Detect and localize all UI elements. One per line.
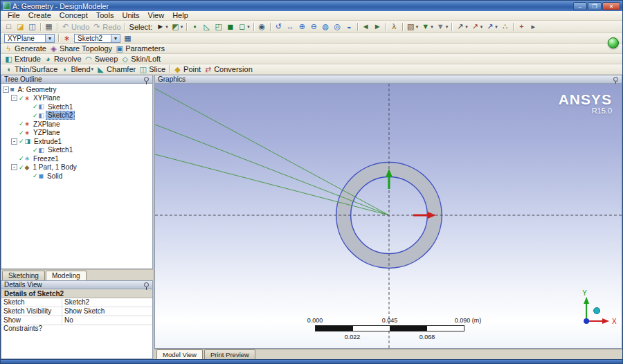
image-capture-icon[interactable]: ▦ bbox=[44, 22, 54, 32]
tree-item[interactable]: ✓ ◧ Sketch1 bbox=[1, 146, 152, 155]
measure-icon[interactable]: λ bbox=[389, 22, 399, 32]
graphics-canvas[interactable]: Y X bbox=[155, 84, 622, 348]
tree-item-label: Solid bbox=[45, 172, 64, 181]
tab-print-preview[interactable]: Print Preview bbox=[204, 349, 255, 359]
tab-model-view[interactable]: Model View bbox=[156, 349, 203, 359]
redo-button[interactable]: ↷ Redo bbox=[91, 22, 121, 32]
undo-button[interactable]: ↶ Undo bbox=[60, 22, 90, 32]
details-row[interactable]: Sketch Sketch2 bbox=[1, 298, 152, 307]
plane-combobox[interactable]: XYPlane ▼ bbox=[4, 34, 55, 43]
details-row[interactable]: Show Constraints? No bbox=[1, 316, 152, 325]
expander-icon[interactable]: - bbox=[11, 138, 17, 145]
toolbar-separator bbox=[40, 23, 41, 31]
next-view-icon[interactable]: ► bbox=[372, 22, 383, 32]
thin-surface-button[interactable]: ◖ Thin/Surface bbox=[3, 64, 58, 74]
extend-selection-icon[interactable]: ◻ ▾ bbox=[237, 22, 251, 32]
tree-item[interactable]: ✓ ∗ YZPlane bbox=[1, 129, 152, 138]
edge-display-direction-icon[interactable]: ↗ ▾ bbox=[485, 22, 498, 32]
pan-icon[interactable]: ↔ bbox=[285, 22, 296, 32]
tree-item[interactable]: ✓ ∗ ZXPlane bbox=[1, 120, 152, 129]
maximize-button[interactable]: ❐ bbox=[588, 2, 602, 10]
open-file-icon[interactable]: ◪ bbox=[15, 22, 26, 32]
menu-item[interactable]: Help bbox=[168, 11, 192, 20]
display-plane-icon[interactable]: ▼ ▾ bbox=[420, 22, 434, 32]
new-sketch-button[interactable]: ∗ bbox=[62, 33, 72, 43]
look-at-icon[interactable]: ◒ bbox=[344, 22, 354, 32]
menu-bar: File Create Concept Tools Units View Hel… bbox=[1, 11, 622, 21]
details-row[interactable]: Sketch Visibility Show Sketch bbox=[1, 307, 152, 316]
tree-item[interactable]: ✓ ◼ Solid bbox=[1, 172, 152, 181]
save-icon[interactable]: ◫ bbox=[27, 22, 37, 32]
show-grid-button[interactable]: ▦ bbox=[123, 33, 133, 43]
toolbar-separator bbox=[169, 65, 170, 73]
close-button[interactable]: ✕ bbox=[602, 2, 620, 10]
rotate-icon[interactable]: ↺ bbox=[273, 22, 284, 32]
pin-icon[interactable] bbox=[613, 77, 618, 82]
zoom-in-icon[interactable]: ⊕ bbox=[297, 22, 307, 32]
tree-item[interactable]: ✓ ◧ Sketch2 bbox=[1, 111, 152, 120]
chamfer-button[interactable]: ◣ Chamfer bbox=[96, 64, 136, 74]
parameters-button[interactable]: ▣ Parameters bbox=[114, 44, 165, 53]
previous-view-icon[interactable]: ◄ bbox=[361, 22, 371, 32]
expander-icon[interactable]: - bbox=[11, 95, 17, 101]
revolve-button[interactable]: ◕ Revolve bbox=[43, 54, 82, 64]
zoom-box-icon[interactable]: ◍ bbox=[320, 22, 331, 32]
menu-item[interactable]: Tools bbox=[92, 11, 118, 20]
slice-button[interactable]: ◫ Slice bbox=[138, 64, 166, 74]
display-points-icon[interactable]: ▼ ▾ bbox=[435, 22, 449, 32]
tree-item[interactable]: - ◙ A: Geometry bbox=[1, 85, 152, 94]
pin-icon[interactable] bbox=[144, 282, 149, 287]
tree-item[interactable]: ✓ ◧ Sketch1 bbox=[1, 102, 152, 111]
filter-body-icon[interactable]: ◼ bbox=[225, 22, 235, 32]
triad-z-axis-dot[interactable] bbox=[584, 318, 589, 324]
magnifier-window-icon[interactable]: ◉ bbox=[257, 22, 267, 32]
generate-button[interactable]: ϟ Generate bbox=[3, 44, 47, 53]
tab-sketching[interactable]: Sketching bbox=[2, 271, 45, 280]
menu-item[interactable]: Create bbox=[24, 11, 55, 20]
point-button[interactable]: ◆ Point bbox=[172, 64, 201, 74]
tree-item[interactable]: - ✓ ◨ Extrude1 bbox=[1, 137, 152, 146]
menu-item[interactable]: Concept bbox=[55, 11, 92, 20]
plane-value: XYPlane bbox=[5, 35, 45, 42]
edge-display-default-icon[interactable]: ↗ ▾ bbox=[455, 22, 469, 32]
flag-icon[interactable]: ▸ bbox=[528, 22, 539, 32]
new-file-icon[interactable]: □ bbox=[3, 22, 14, 32]
tab-modeling[interactable]: Modeling bbox=[46, 271, 87, 280]
expander-icon[interactable]: - bbox=[3, 87, 9, 93]
filter-face-icon[interactable]: ◰ bbox=[213, 22, 224, 32]
select-mode-icon[interactable]: ► ▾ bbox=[155, 22, 169, 32]
busy-indicator-orb bbox=[608, 37, 619, 48]
tree-item[interactable]: ✓ ∗ Freeze1 bbox=[1, 154, 152, 163]
expander-icon[interactable]: - bbox=[11, 164, 17, 170]
graphics-viewport[interactable]: Y X ANSYS R15.0 0.000 0.045 0.090 (m) 0.… bbox=[154, 84, 622, 349]
blend-button[interactable]: ◗ Blend ▾ bbox=[60, 64, 94, 74]
crosshair-icon[interactable]: + bbox=[516, 22, 527, 32]
chevron-down-icon[interactable]: ▼ bbox=[111, 35, 120, 42]
sweep-button[interactable]: ◠ Sweep bbox=[84, 54, 119, 64]
orientation-triad[interactable]: Y X bbox=[582, 289, 617, 325]
zoom-fit-icon[interactable]: ◎ bbox=[332, 22, 343, 32]
pin-icon[interactable] bbox=[144, 77, 149, 82]
share-topology-button[interactable]: ◈ Share Topology bbox=[48, 44, 113, 53]
tree-item[interactable]: - ✓ ∗ XYPlane bbox=[1, 94, 152, 103]
filter-point-icon[interactable]: ▪ bbox=[190, 22, 200, 32]
plane-icon: ∗ bbox=[25, 95, 30, 102]
minimize-button[interactable]: – bbox=[573, 2, 587, 10]
triad-iso-ball[interactable] bbox=[594, 308, 600, 314]
sketch-combobox[interactable]: Sketch2 ▼ bbox=[74, 34, 120, 43]
tree-item-label: Sketch1 bbox=[46, 102, 75, 111]
select-box-icon[interactable]: ◩ ▾ bbox=[170, 22, 184, 32]
menu-item[interactable]: View bbox=[144, 11, 169, 20]
conversion-button[interactable]: ⇄ Conversion bbox=[203, 64, 253, 74]
filter-edge-icon[interactable]: ◺ bbox=[201, 22, 212, 32]
menu-item[interactable]: File bbox=[3, 11, 24, 20]
skin-loft-button[interactable]: ◇ Skin/Loft bbox=[120, 54, 161, 64]
extrude-button[interactable]: ◧ Extrude bbox=[3, 54, 42, 64]
menu-item[interactable]: Units bbox=[118, 11, 143, 20]
tree-item[interactable]: - ✓ ◆ 1 Part, 1 Body bbox=[1, 163, 152, 172]
edge-display-color-icon[interactable]: ↗ ▾ bbox=[470, 22, 484, 32]
vertex-display-icon[interactable]: ∴ bbox=[500, 22, 510, 32]
display-model-icon[interactable]: ▧ ▾ bbox=[406, 22, 419, 32]
chevron-down-icon[interactable]: ▼ bbox=[45, 35, 54, 42]
zoom-out-icon[interactable]: ⊖ bbox=[309, 22, 319, 32]
